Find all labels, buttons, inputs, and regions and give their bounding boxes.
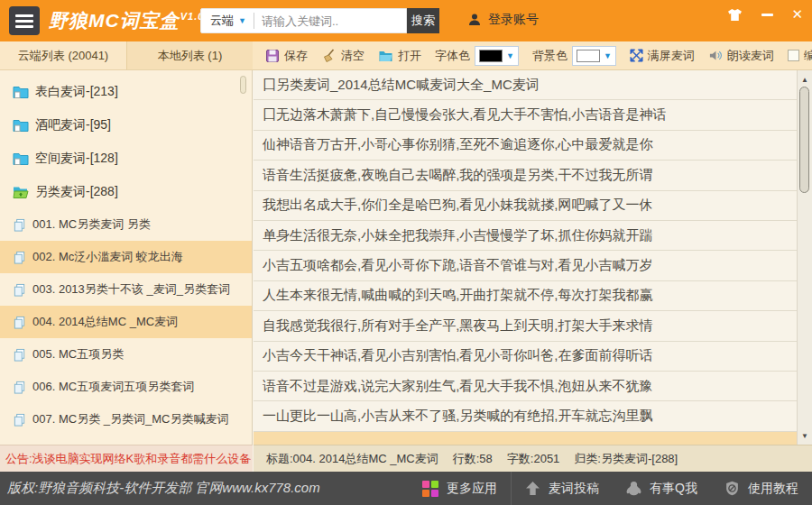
chevron-down-icon: ▼ <box>604 51 612 60</box>
font-color-control: 字体色 ▼ <box>435 46 519 66</box>
lyric-line[interactable]: 单身生活很无奈,小妹全把我崇拜,小吉慢慢学了坏,抓住你妈就开踹 <box>254 221 797 251</box>
file-icon <box>13 283 26 297</box>
sidebar-file-item[interactable]: 005. MC五项另类 <box>0 338 252 371</box>
file-icon <box>13 251 26 264</box>
minimize-button[interactable] <box>761 5 773 23</box>
skin-icon[interactable] <box>726 5 743 23</box>
sidebar: 表白麦词-[213]酒吧麦词-[95]空间麦词-[128]另类麦词-[288] … <box>0 70 253 445</box>
file-icon <box>13 218 26 232</box>
clear-button[interactable]: 清空 <box>321 48 364 64</box>
font-color-dropdown[interactable]: ▼ <box>475 46 519 66</box>
main-menu-icon[interactable] <box>9 6 40 35</box>
lyric-line[interactable]: 小吉今天干神话,看见小吉别害怕,看见小哥你叫爸,在爹面前得听话 <box>254 342 797 372</box>
save-button[interactable]: 保存 <box>265 48 308 64</box>
sidebar-folder-item[interactable]: 另类麦词-[288] <box>0 175 252 208</box>
app-title-text: 野狼MC词宝盒 <box>49 10 180 31</box>
lyric-line[interactable]: 一山更比一山高,小吉从来不了骚,另类喊的有绝招,开车就忘沟里飘 <box>254 401 797 431</box>
edit-lyrics-toggle[interactable]: 编辑麦词 <box>788 48 812 64</box>
lyric-line[interactable]: 囗无边落木萧萧下,自己慢慢会张大,看见大手不害怕,小吉语音是神话 <box>254 100 797 130</box>
lyric-line[interactable]: 囗另类麦词_2014总结MC喊麦词大全_MC麦词 <box>254 70 797 100</box>
file-label: 002. Mc泛小滥麦词 蛟龙出海 <box>32 249 183 265</box>
folder-list: 表白麦词-[213]酒吧麦词-[95]空间麦词-[128]另类麦词-[288] <box>0 70 252 208</box>
file-icon <box>13 316 26 329</box>
open-button[interactable]: 打开 <box>378 48 421 64</box>
lyric-line[interactable]: 语音不过是游戏,说完大家别生气,看见大手我不惧,泡妞从来不犹豫 <box>254 372 797 401</box>
folder-closed-icon <box>13 118 29 132</box>
folder-label: 酒吧麦词-[95] <box>35 117 111 133</box>
file-icon <box>13 381 26 394</box>
lyrics-panel: 囗另类麦词_2014总结MC喊麦词大全_MC麦词囗无边落木萧萧下,自己慢慢会张大… <box>254 70 797 445</box>
submit-lyrics-button[interactable]: 麦词投稿 <box>512 472 613 505</box>
status-bar: 标题:004. 2014总结MC _MC麦词 行数:58 字数:2051 归类:… <box>254 445 812 472</box>
lyric-line[interactable]: 人生本来很无情,喊曲喊的到天鸣,开曲打架就不停,每次打架我都赢 <box>254 281 797 311</box>
lyric-line-partial[interactable] <box>254 432 797 445</box>
footer-buttons: 更多应用 麦词投稿 有事Q我 使用教程 <box>409 472 812 505</box>
sidebar-file-item[interactable]: 003. 2013另类十不该 _麦词_另类套词 <box>0 273 252 306</box>
lyric-line[interactable]: 我想出名成大手,你们全是哈巴狗,看见小妹我就搂,网吧喊了又一休 <box>254 191 797 221</box>
sidebar-file-item[interactable]: 004. 2014总结MC _MC麦词 <box>0 306 252 338</box>
sidebar-file-item[interactable]: 001. MC另类麦词 另类 <box>0 208 252 241</box>
fullscreen-lyrics-button[interactable]: 满屏麦词 <box>630 48 695 64</box>
chevron-down-icon: ▼ <box>506 51 514 60</box>
search-group: 云端 ▼ 搜索 <box>200 8 439 33</box>
app-title: 野狼MC词宝盒V1.0 <box>49 8 204 33</box>
folder-open-icon <box>378 49 393 62</box>
search-scope-value: 云端 <box>210 13 234 29</box>
search-input[interactable] <box>254 14 406 28</box>
folder-label: 另类麦词-[288] <box>35 184 118 200</box>
sidebar-scrollbar-thumb[interactable] <box>240 76 246 94</box>
read-aloud-button[interactable]: 朗读麦词 <box>708 48 774 64</box>
expand-arrows-icon <box>630 49 643 62</box>
lyric-line[interactable]: 语音生活挺疲惫,夜晚自己去喝醉,我的强项是另类,干不过我无所谓 <box>254 161 797 190</box>
bg-color-dropdown[interactable]: ▼ <box>572 46 616 66</box>
footer-bar: 版权:野狼音频科技-软件开发部 官网www.kx778.com 更多应用 麦词投… <box>0 472 812 505</box>
search-scope-dropdown[interactable]: 云端 ▼ <box>201 13 254 29</box>
sidebar-folder-item[interactable]: 空间麦词-[128] <box>0 142 252 175</box>
font-color-swatch <box>479 50 503 62</box>
more-apps-button[interactable]: 更多应用 <box>409 472 512 505</box>
tab-cloud-list[interactable]: 云端列表 (20041) <box>0 41 126 69</box>
folder-closed-icon <box>13 152 29 165</box>
file-label: 005. MC五项另类 <box>32 346 124 363</box>
search-box: 云端 ▼ <box>200 8 407 33</box>
sidebar-file-item[interactable]: 002. Mc泛小滥麦词 蛟龙出海 <box>0 241 252 273</box>
folder-open-icon <box>13 185 29 198</box>
status-line-count: 行数:58 <box>453 451 493 467</box>
sidebar-file-item[interactable]: 007. MC另类 _另类词_MC另类喊麦词 <box>0 403 252 436</box>
title-bar: 野狼MC词宝盒V1.0 云端 ▼ 搜索 登录账号 ✕ <box>0 0 812 41</box>
edit-checkbox[interactable] <box>788 50 799 61</box>
status-title: 标题:004. 2014总结MC _MC麦词 <box>266 451 438 467</box>
file-label: 004. 2014总结MC _MC麦词 <box>32 314 178 330</box>
chevron-down-icon: ▼ <box>238 16 246 25</box>
app-window: 野狼MC词宝盒V1.0 云端 ▼ 搜索 登录账号 ✕ <box>0 0 812 505</box>
vertical-scrollbar[interactable]: ▲ ▼ <box>797 70 812 445</box>
file-label: 006. MC五项麦词五项另类套词 <box>32 379 194 395</box>
tab-local-list[interactable]: 本地列表 (1) <box>126 41 253 69</box>
file-icon <box>13 348 26 362</box>
file-label: 001. MC另类麦词 另类 <box>32 216 151 233</box>
scroll-down-icon[interactable]: ▼ <box>798 428 812 443</box>
lyric-line[interactable]: 仙神语音万古开,小哥心事你别猜,至死不逾追逐你,心中最爱就是你 <box>254 131 797 161</box>
close-button[interactable]: ✕ <box>791 5 803 23</box>
apps-grid-icon <box>422 481 438 497</box>
lyric-line[interactable]: 小吉五项啥都会,看见小哥你下跪,语音不管谁与对,看见小吉喊万岁 <box>254 251 797 280</box>
user-icon <box>467 13 482 27</box>
list-tabs: 云端列表 (20041) 本地列表 (1) <box>0 41 253 70</box>
sidebar-folder-item[interactable]: 表白麦词-[213] <box>0 75 252 108</box>
lyric-line[interactable]: 自我感觉我很行,所有对手全产平,黑夜马上到天明,打架大手来求情 <box>254 311 797 341</box>
scroll-up-icon[interactable]: ▲ <box>798 72 812 87</box>
scrollbar-thumb[interactable] <box>799 87 809 193</box>
file-list: 001. MC另类麦词 另类002. Mc泛小滥麦词 蛟龙出海003. 2013… <box>0 208 252 436</box>
search-button[interactable]: 搜索 <box>407 8 439 33</box>
sidebar-file-item[interactable]: 006. MC五项麦词五项另类套词 <box>0 371 252 403</box>
sidebar-folder-item[interactable]: 酒吧麦词-[95] <box>0 108 252 142</box>
status-category: 归类:另类麦词-[288] <box>574 451 678 467</box>
save-icon <box>265 49 280 63</box>
announcement-bar[interactable]: 公告:浅谈电脑实现网络K歌和录音都需什么设备 <box>0 445 253 472</box>
contact-qq-button[interactable]: 有事Q我 <box>613 472 711 505</box>
broom-icon <box>321 49 337 63</box>
login-label: 登录账号 <box>488 12 539 28</box>
toolbar: 保存 清空 打开 字体色 ▼ 背景色 ▼ <box>253 41 812 70</box>
tutorial-button[interactable]: 使用教程 <box>711 472 812 505</box>
login-button[interactable]: 登录账号 <box>467 12 539 28</box>
